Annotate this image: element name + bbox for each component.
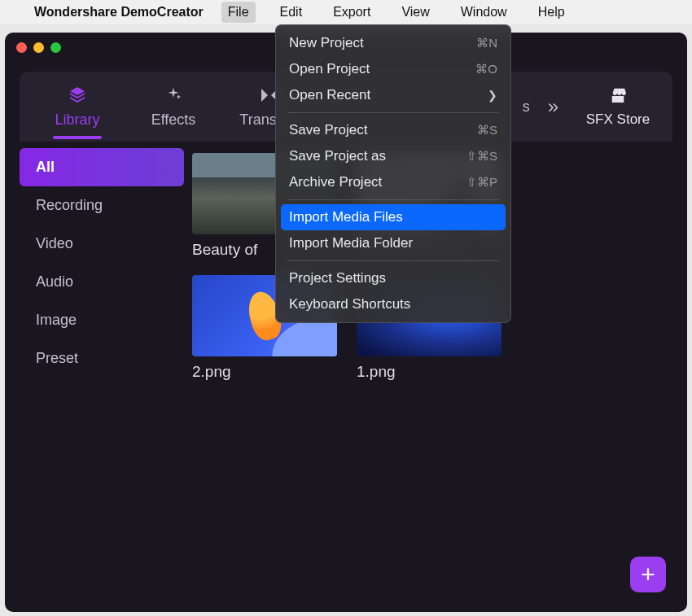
store-icon — [609, 85, 627, 105]
window-close-button[interactable] — [16, 42, 27, 53]
media-label: 1.png — [357, 363, 501, 381]
menu-open-recent[interactable]: Open Recent ❯ — [276, 82, 510, 108]
menu-item-label: New Project — [289, 35, 364, 51]
file-dropdown-menu: New Project ⌘N Open Project ⌘O Open Rece… — [275, 24, 511, 323]
menu-shortcut: ⇧⌘P — [466, 175, 497, 190]
menu-item-label: Import Media Folder — [289, 235, 413, 251]
menu-item-label: Archive Project — [289, 174, 382, 190]
menu-file[interactable]: File — [221, 2, 256, 23]
menu-save-project-as[interactable]: Save Project as ⇧⌘S — [276, 143, 510, 169]
plus-icon: + — [641, 561, 655, 588]
menu-shortcut: ⌘N — [476, 36, 497, 50]
menu-view[interactable]: View — [395, 2, 436, 23]
app-name[interactable]: Wondershare DemoCreator — [34, 5, 204, 20]
menu-keyboard-shortcuts[interactable]: Keyboard Shortcuts — [276, 291, 510, 317]
tab-library[interactable]: Library — [29, 85, 125, 129]
chevron-right-icon: ❯ — [488, 89, 497, 102]
tab-label: Library — [55, 111, 99, 129]
menu-separator — [287, 112, 499, 113]
layers-icon — [68, 85, 87, 105]
menu-import-media-files[interactable]: Import Media Files — [281, 204, 506, 230]
tab-label: Effects — [151, 111, 196, 129]
tab-underline — [53, 136, 102, 139]
menu-new-project[interactable]: New Project ⌘N — [276, 30, 510, 56]
menu-window[interactable]: Window — [454, 2, 514, 23]
menu-item-label: Open Project — [289, 61, 370, 77]
sidebar-item-preset[interactable]: Preset — [20, 339, 184, 378]
sparkle-icon — [164, 85, 182, 105]
sidebar-item-audio[interactable]: Audio — [20, 263, 184, 301]
menu-item-label: Save Project — [289, 122, 367, 138]
window-minimize-button[interactable] — [33, 42, 44, 53]
menu-item-label: Keyboard Shortcuts — [289, 296, 410, 312]
tab-effects[interactable]: Effects — [125, 85, 221, 129]
menu-edit[interactable]: Edit — [274, 2, 309, 23]
menu-shortcut: ⌘S — [477, 123, 497, 138]
menu-open-project[interactable]: Open Project ⌘O — [276, 56, 510, 82]
sidebar-item-recording[interactable]: Recording — [20, 186, 184, 225]
window-zoom-button[interactable] — [50, 42, 61, 53]
menu-help[interactable]: Help — [532, 2, 572, 23]
menu-project-settings[interactable]: Project Settings — [276, 265, 510, 291]
sidebar-item-video[interactable]: Video — [20, 225, 184, 263]
menu-shortcut: ⌘O — [475, 62, 497, 76]
menu-archive-project[interactable]: Archive Project ⇧⌘P — [276, 169, 510, 195]
sidebar-item-image[interactable]: Image — [20, 301, 184, 339]
menu-separator — [287, 260, 499, 261]
menu-export[interactable]: Export — [326, 2, 377, 23]
tab-overflow-hint: s — [523, 98, 530, 116]
menu-separator — [287, 199, 499, 200]
sidebar: All Recording Video Audio Image Preset — [20, 142, 184, 612]
menu-item-label: Import Media Files — [289, 209, 403, 225]
tab-more-button[interactable]: » — [533, 95, 573, 118]
tab-label: SFX Store — [586, 111, 650, 128]
media-label: 2.png — [192, 363, 337, 381]
macos-menubar: Wondershare DemoCreator File Edit Export… — [0, 0, 692, 24]
menu-item-label: Open Recent — [289, 87, 370, 103]
sidebar-item-all[interactable]: All — [20, 148, 184, 186]
menu-item-label: Project Settings — [289, 270, 386, 286]
menu-save-project[interactable]: Save Project ⌘S — [276, 117, 510, 143]
menu-shortcut: ⇧⌘S — [466, 149, 497, 164]
menu-item-label: Save Project as — [289, 148, 386, 164]
tab-sfx-store[interactable]: SFX Store — [573, 85, 663, 128]
menu-import-media-folder[interactable]: Import Media Folder — [276, 230, 510, 256]
add-button[interactable]: + — [630, 557, 666, 592]
